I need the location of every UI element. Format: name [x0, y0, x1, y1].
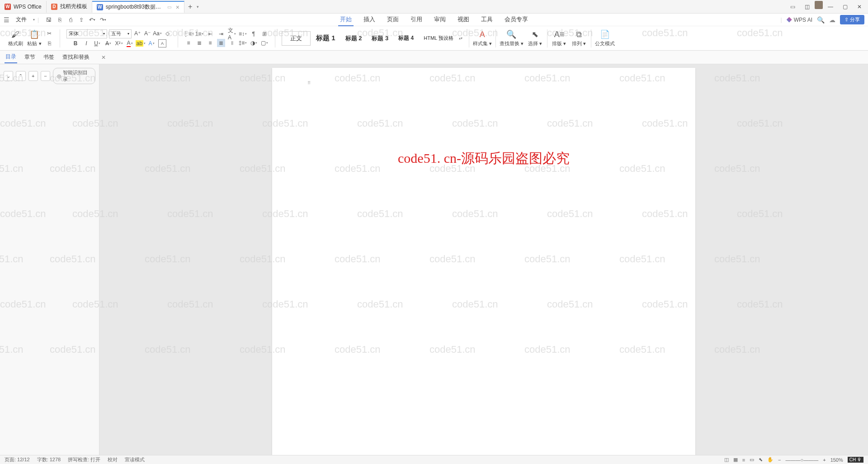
align-left-icon[interactable]: ≡: [184, 39, 193, 47]
close-window-icon[interactable]: ✕: [853, 1, 866, 13]
tab-page[interactable]: 页面: [385, 14, 401, 26]
minimize-icon[interactable]: —: [824, 1, 837, 13]
sort-icon[interactable]: ≡↕: [239, 30, 247, 38]
wps-ai-button[interactable]: WPS AI: [787, 17, 812, 23]
tab-start[interactable]: 开始: [338, 14, 354, 26]
undo-icon[interactable]: ↶▾: [89, 16, 96, 24]
bullet-list-icon[interactable]: ⋮≡: [184, 30, 193, 38]
print-icon[interactable]: ⎙: [67, 16, 74, 24]
underline-icon[interactable]: U: [93, 39, 101, 47]
nav-bookmark[interactable]: 书签: [42, 52, 55, 63]
copy-icon[interactable]: ⎘: [45, 39, 53, 47]
distribute-icon[interactable]: ⫴: [228, 39, 236, 47]
user-avatar-icon[interactable]: [815, 1, 823, 9]
style-heading2[interactable]: 标题 2: [341, 33, 367, 44]
show-marks-icon[interactable]: ¶: [250, 30, 258, 38]
tab-tools[interactable]: 工具: [479, 14, 495, 26]
status-words[interactable]: 字数: 1278: [37, 456, 61, 463]
highlight-icon[interactable]: ab: [137, 39, 145, 47]
search-icon[interactable]: 🔍: [817, 16, 825, 24]
align-justify-icon[interactable]: ≣: [217, 39, 225, 47]
drag-handle-icon[interactable]: ⠿: [307, 80, 311, 85]
nav-close-icon[interactable]: ✕: [101, 54, 106, 61]
font-name-select[interactable]: 宋体▾: [66, 29, 107, 38]
arrange-button[interactable]: ⧉ 排列 ▾: [571, 30, 587, 47]
print-preview-icon[interactable]: ⎘: [56, 16, 63, 24]
align-right-icon[interactable]: ≡: [206, 39, 214, 47]
paste-button[interactable]: 📋 粘贴 ▾: [26, 29, 42, 47]
zoom-in-icon[interactable]: +: [823, 457, 826, 463]
increase-font-icon[interactable]: A⁺: [133, 29, 142, 38]
line-spacing-icon[interactable]: ‡≡: [239, 39, 247, 47]
status-proof[interactable]: 校对: [108, 456, 118, 463]
tab-insert[interactable]: 插入: [362, 14, 377, 26]
view-layout-icon[interactable]: ▦: [733, 457, 738, 463]
hand-mode-icon[interactable]: ✋: [767, 457, 774, 463]
document-area[interactable]: ⠿ code51. cn-源码乐园盗图必究: [99, 64, 868, 455]
window-cube-icon[interactable]: ◫: [800, 1, 814, 13]
change-case-icon[interactable]: Aa: [153, 29, 161, 38]
bold-icon[interactable]: B: [71, 39, 80, 47]
select-button[interactable]: ⬉ 选择 ▾: [527, 29, 543, 47]
cut-icon[interactable]: ✂: [45, 29, 53, 38]
style-normal[interactable]: 正文: [282, 31, 311, 46]
style-heading4[interactable]: 标题 4: [394, 33, 418, 44]
format-painter-button[interactable]: 🖌 格式刷: [7, 30, 24, 47]
strikethrough-icon[interactable]: A̶: [104, 39, 112, 47]
nav-toc[interactable]: 目录: [5, 51, 17, 63]
document-page[interactable]: ⠿ code51. cn-源码乐园盗图必究: [272, 68, 695, 455]
maximize-icon[interactable]: ▢: [838, 1, 852, 13]
hamburger-icon[interactable]: ☰: [4, 16, 9, 24]
file-dropdown-icon[interactable]: ▾: [33, 18, 35, 22]
smart-toc-button[interactable]: ◎ 智能识别目录: [53, 68, 95, 84]
decrease-font-icon[interactable]: A⁻: [143, 29, 151, 38]
align-center-icon[interactable]: ≣: [195, 39, 203, 47]
font-size-select[interactable]: 五号▾: [109, 29, 132, 38]
redo-icon[interactable]: ↷▾: [99, 16, 107, 24]
share-button[interactable]: ⇧ 分享: [840, 15, 864, 24]
app-tab-document[interactable]: W springbootb8t93数据库文档 ▭ ×: [92, 1, 184, 13]
nav-find[interactable]: 查找和替换: [61, 52, 90, 63]
new-tab-button[interactable]: +: [184, 3, 196, 11]
save-icon[interactable]: 🖫: [45, 16, 52, 24]
find-replace-button[interactable]: 🔍 查找替换 ▾: [500, 29, 524, 47]
tab-reference[interactable]: 引用: [409, 14, 424, 26]
status-page[interactable]: 页面: 12/12: [5, 456, 30, 463]
cloud-icon[interactable]: ☁: [829, 16, 835, 24]
phonetic-icon[interactable]: A: [158, 39, 166, 47]
tab-view[interactable]: 视图: [456, 14, 471, 26]
decrease-indent-icon[interactable]: ⇤: [206, 30, 214, 38]
layout-button[interactable]: A≡ 排版 ▾: [551, 30, 567, 47]
app-tab-template[interactable]: D 找稻壳模板: [47, 1, 92, 13]
status-spell[interactable]: 拼写检查: 打开: [68, 456, 100, 463]
style-heading1[interactable]: 标题 1: [311, 32, 340, 44]
style-set-button[interactable]: A 样式集 ▾: [473, 30, 492, 47]
gov-mode-button[interactable]: 📄 公文模式: [595, 29, 615, 47]
collapse-down-icon[interactable]: ⌄: [4, 71, 13, 81]
zoom-level[interactable]: 150%: [830, 457, 843, 463]
nav-chapter[interactable]: 章节: [24, 52, 36, 63]
cursor-mode-icon[interactable]: ⬉: [759, 457, 763, 463]
file-menu[interactable]: 文件: [12, 15, 30, 24]
style-html[interactable]: HTML 预设格: [419, 33, 458, 43]
italic-icon[interactable]: I: [82, 39, 90, 47]
collapse-up-icon[interactable]: ⌃: [16, 71, 25, 81]
tab-menu-dropdown[interactable]: ▾: [197, 5, 199, 9]
tab-review[interactable]: 审阅: [432, 14, 448, 26]
view-web-icon[interactable]: ≡: [742, 457, 745, 463]
shading-icon[interactable]: ◑: [250, 39, 258, 47]
zoom-out-icon[interactable]: −: [778, 457, 781, 463]
remove-level-icon[interactable]: −: [41, 71, 50, 81]
window-compact-icon[interactable]: ▭: [786, 1, 799, 13]
status-read-mode[interactable]: 宣读模式: [125, 456, 145, 463]
font-effects-icon[interactable]: A: [147, 39, 156, 47]
border-icon[interactable]: ▢: [260, 39, 269, 47]
tab-member[interactable]: 会员专享: [503, 14, 530, 26]
app-tab-wps[interactable]: W WPS Office: [0, 1, 47, 13]
text-direction-icon[interactable]: 文A: [228, 30, 236, 38]
font-color-icon[interactable]: A: [126, 39, 134, 47]
increase-indent-icon[interactable]: ⇥: [217, 30, 225, 38]
clear-format-icon[interactable]: ◇: [163, 29, 171, 38]
tab-stops-icon[interactable]: ⊞: [260, 30, 269, 38]
close-icon[interactable]: ×: [176, 4, 179, 11]
